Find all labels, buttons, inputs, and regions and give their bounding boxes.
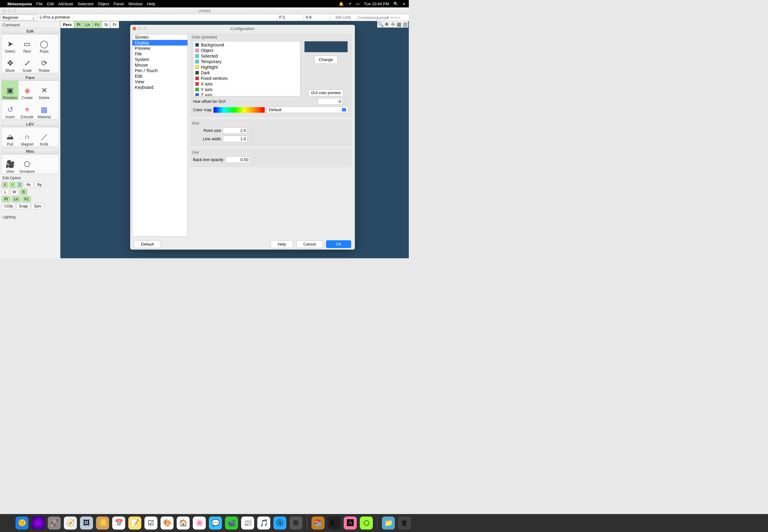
nav-file[interactable]: File: [132, 51, 187, 57]
tray-displays-icon[interactable]: ▭: [356, 2, 360, 6]
menu-window[interactable]: Window: [128, 2, 142, 6]
tool-material[interactable]: ▦Material: [36, 100, 53, 119]
stepper-icon[interactable]: [250, 136, 254, 142]
viewtab-fr[interactable]: Fr: [110, 21, 119, 28]
color-item[interactable]: X axis: [194, 81, 299, 87]
viewtab-si[interactable]: Si: [102, 21, 110, 28]
orbit-icon[interactable]: ✢: [390, 21, 395, 27]
cancel-button[interactable]: Cancel: [296, 240, 323, 248]
nav-pen-touch[interactable]: Pen / Touch: [132, 68, 187, 73]
nav-display[interactable]: Display: [132, 40, 187, 46]
layout-icon[interactable]: ▦: [396, 21, 402, 27]
opt-ln[interactable]: Ln: [11, 196, 20, 202]
tool-view[interactable]: 🎥View: [2, 155, 19, 174]
viewtab-ln[interactable]: Ln: [83, 21, 92, 28]
nav-edit[interactable]: Edit: [132, 73, 187, 79]
color-item[interactable]: Object: [194, 48, 299, 53]
ok-button[interactable]: OK: [326, 240, 351, 248]
line-width-input[interactable]: [223, 136, 248, 142]
color-item[interactable]: Fixed vertices: [194, 76, 299, 81]
opt-y[interactable]: Y: [9, 182, 15, 188]
opt-s[interactable]: S: [20, 189, 27, 195]
spotlight-icon[interactable]: 🔍: [393, 2, 398, 6]
opt-z[interactable]: Z: [17, 182, 23, 188]
menu-object[interactable]: Object: [98, 2, 109, 6]
opt-rc[interactable]: Rc: [24, 182, 33, 188]
sel-lock-button[interactable]: Sel Lock: [330, 14, 356, 21]
traffic-light-min[interactable]: [8, 9, 11, 12]
viewtab-fc[interactable]: Fc: [92, 21, 102, 28]
viewtab-pt[interactable]: Pt: [74, 21, 83, 28]
opt-x[interactable]: X: [2, 182, 8, 188]
help-button[interactable]: Help: [271, 240, 293, 248]
tool-create[interactable]: ◆Create: [19, 81, 36, 100]
tool-primitive[interactable]: ▣Primitive: [2, 81, 19, 100]
default-button[interactable]: Default: [134, 240, 161, 248]
color-item[interactable]: Y axis: [194, 87, 299, 92]
stepper-icon[interactable]: [252, 157, 256, 163]
tool-move[interactable]: ✥Move: [2, 54, 19, 73]
nav-system[interactable]: System: [132, 57, 187, 62]
change-color-button[interactable]: Change: [314, 55, 338, 64]
back-line-opacity-input[interactable]: [225, 156, 250, 163]
skill-level-select[interactable]: Beginner ⌄: [0, 15, 37, 20]
tray-icon[interactable]: 🔔: [339, 2, 344, 6]
tool-scale[interactable]: ⤢Scale: [19, 54, 36, 73]
tool-magnet[interactable]: ∩Magnet: [19, 127, 36, 146]
tray-icon[interactable]: ↗: [348, 2, 351, 6]
menu-edit[interactable]: Edit: [47, 2, 54, 6]
app-menu[interactable]: Metasequoia: [7, 2, 32, 6]
tool-invert[interactable]: ↺Invert: [2, 100, 19, 119]
nav-view[interactable]: View: [132, 79, 187, 85]
nav-screen[interactable]: Screen: [132, 34, 187, 40]
zoom-icon[interactable]: 🔍: [377, 21, 383, 27]
opt-l[interactable]: L: [2, 189, 9, 195]
opt-cobj[interactable]: CObj: [2, 203, 15, 209]
menubar-list-icon[interactable]: ≡: [403, 2, 405, 6]
opt-rp[interactable]: Rp: [35, 182, 44, 188]
gui-color-preview-button[interactable]: GUI color preview: [308, 89, 343, 96]
viewtab-pers[interactable]: Pers: [60, 21, 74, 28]
traffic-light-close[interactable]: [2, 9, 6, 12]
menu-file[interactable]: File: [36, 2, 43, 6]
menu-attribute[interactable]: Attribute: [58, 2, 73, 6]
tool-armature[interactable]: ⬠Armature: [19, 155, 36, 174]
stepper-icon[interactable]: [344, 98, 348, 105]
color-item[interactable]: Background: [194, 42, 299, 48]
nav-keyboard[interactable]: Keyboard: [132, 85, 187, 90]
opt-w[interactable]: W: [10, 189, 19, 195]
menu-selected[interactable]: Selected: [78, 2, 94, 6]
opt-snap[interactable]: Snap: [16, 203, 30, 209]
opt-fc[interactable]: Fc: [22, 196, 31, 202]
tool-knife[interactable]: ／Knife: [36, 127, 53, 146]
menu-help[interactable]: Help: [147, 2, 155, 6]
palette-icon[interactable]: ▥: [402, 21, 408, 27]
color-item[interactable]: Highlight: [194, 64, 299, 70]
hue-offset-input[interactable]: [318, 98, 343, 105]
menubar-clock[interactable]: Tue 10:44 PM: [364, 2, 389, 6]
nav-mouse[interactable]: Mouse: [132, 62, 187, 68]
tool-rect[interactable]: ▭Rect: [19, 34, 36, 54]
dialog-min-icon[interactable]: [138, 27, 141, 30]
stepper-icon[interactable]: [250, 128, 254, 134]
color-item[interactable]: Selected: [194, 53, 299, 59]
tool-pull[interactable]: ⛰Pull: [2, 127, 19, 146]
color-item[interactable]: Dark: [194, 70, 299, 76]
color-list[interactable]: BackgroundObjectSelectedTemporaryHighlig…: [193, 41, 300, 96]
tool-select[interactable]: ➤Select: [2, 34, 19, 54]
dialog-close-icon[interactable]: [133, 27, 136, 30]
color-item[interactable]: Temporary: [194, 59, 299, 64]
color-item[interactable]: Z axis: [194, 92, 299, 96]
tool-rope[interactable]: ◯Rope: [36, 34, 53, 54]
menu-panel[interactable]: Panel: [114, 2, 124, 6]
pan-icon[interactable]: ✥: [384, 21, 389, 27]
color-map-select[interactable]: Default⌄: [267, 107, 348, 113]
traffic-light-max[interactable]: [13, 9, 16, 12]
opt-sym[interactable]: Sym: [31, 203, 44, 209]
nav-preview[interactable]: Preview: [132, 46, 187, 51]
dialog-max-icon[interactable]: [143, 27, 146, 30]
point-size-input[interactable]: [223, 127, 248, 134]
tool-rotate[interactable]: ⟳Rotate: [36, 54, 53, 73]
tool-extrude[interactable]: ♥Extrude: [19, 100, 36, 119]
opt-pt[interactable]: Pt: [2, 196, 10, 202]
